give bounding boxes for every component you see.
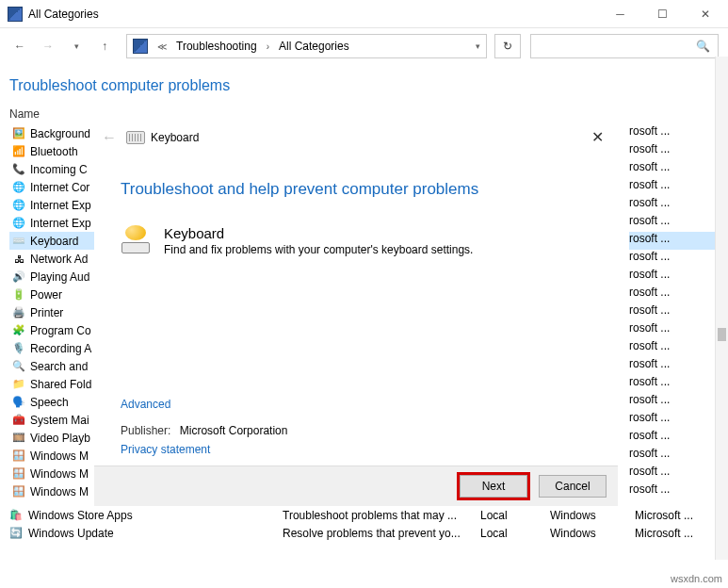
publisher-label: Publisher: [121, 424, 170, 437]
address-dropdown-icon[interactable]: ▾ [476, 41, 480, 51]
list-item[interactable]: 🌐Internet Exp [9, 214, 99, 232]
list-item[interactable]: 📁Shared Fold [9, 375, 99, 393]
list-item[interactable]: 🧩Program Co [9, 321, 99, 339]
minimize-button[interactable]: ─ [599, 0, 641, 28]
item-icon: 🔊 [11, 270, 26, 285]
wizard-back-button: ← [98, 129, 121, 146]
cancel-button[interactable]: Cancel [539, 475, 607, 498]
table-row[interactable]: 🔄Windows UpdateResolve problems that pre… [9, 524, 719, 542]
publisher-cell: rosoft ... [629, 160, 719, 178]
address-bar[interactable]: ≪ Troubleshooting › All Categories ▾ [126, 34, 487, 58]
maximize-button[interactable]: ☐ [641, 0, 684, 28]
publisher-cell: rosoft ... [629, 375, 719, 393]
nav-up-button[interactable]: ↑ [92, 34, 117, 58]
scrollbar-thumb[interactable] [718, 328, 726, 341]
breadcrumb-sep-icon: ≪ [157, 41, 167, 52]
item-label: System Mai [30, 414, 89, 427]
publisher-cell: rosoft ... [629, 447, 719, 465]
item-icon: 🧩 [11, 323, 26, 338]
list-item[interactable]: 🔊Playing Aud [9, 268, 99, 286]
item-label: Shared Fold [30, 378, 91, 391]
item-icon: 🔄 [9, 526, 24, 541]
publisher-value: Microsoft Corporation [180, 424, 288, 437]
item-icon: 🪟 [11, 449, 26, 464]
publisher-cell: rosoft ... [629, 321, 719, 339]
publisher-cell: rosoft ... [629, 268, 719, 286]
troubleshooter-list: 🖼️Background📶Bluetooth📞Incoming C🌐Intern… [9, 124, 99, 500]
nav-back-button[interactable]: ← [8, 34, 32, 58]
item-icon: 🎞️ [11, 431, 26, 446]
keyboard-large-icon [121, 225, 151, 255]
publisher-cell: rosoft ... [629, 357, 719, 375]
scrollbar[interactable] [715, 57, 728, 560]
list-item[interactable]: 🪟Windows M [9, 465, 99, 482]
window-controls: ─ ☐ ✕ [599, 0, 726, 28]
list-item[interactable]: 🌐Internet Exp [9, 196, 99, 214]
wizard-close-button[interactable]: ✕ [584, 128, 610, 146]
item-icon: 📞 [11, 162, 26, 177]
list-item[interactable]: 🖨️Printer [9, 303, 99, 321]
wizard-body: Keyboard Find and fix problems with your… [94, 208, 618, 256]
list-item[interactable]: 🎞️Video Playb [9, 429, 99, 447]
troubleshooter-wizard: ← Keyboard ✕ Troubleshoot and help preve… [94, 124, 618, 506]
list-item[interactable]: 🗣️Speech [9, 393, 99, 411]
cell-location: Local [480, 509, 550, 522]
item-label: Search and [30, 360, 88, 373]
app-icon [8, 7, 23, 22]
column-header-name[interactable]: Name [9, 107, 283, 121]
list-item[interactable]: 🖧Network Ad [9, 250, 99, 268]
column-headers: Name [0, 104, 728, 124]
wizard-header: ← Keyboard ✕ [94, 124, 618, 150]
breadcrumb-item[interactable]: Troubleshooting [176, 40, 257, 53]
item-label: Internet Cor [30, 181, 89, 194]
main-area: 🖼️Background📶Bluetooth📞Incoming C🌐Intern… [0, 124, 728, 500]
wizard-button-bar: Next Cancel [94, 466, 618, 506]
window-title: All Categories [28, 8, 599, 21]
item-icon: 🖧 [11, 252, 26, 267]
list-item[interactable]: 🔍Search and [9, 357, 99, 375]
cell-category: Windows [550, 509, 635, 522]
list-item[interactable]: ⌨️Keyboard [9, 232, 99, 250]
item-label: Windows M [30, 485, 89, 498]
item-label: Power [30, 288, 62, 302]
list-item[interactable]: 🌐Internet Cor [9, 178, 99, 196]
list-item[interactable]: 📞Incoming C [9, 160, 99, 178]
nav-recent-dropdown[interactable]: ▾ [64, 34, 89, 58]
breadcrumb-item[interactable]: All Categories [279, 40, 349, 53]
publisher-cell: rosoft ... [629, 465, 719, 482]
item-label: Playing Aud [30, 270, 89, 284]
refresh-button[interactable]: ↻ [494, 34, 521, 58]
list-item[interactable]: 🧰System Mai [9, 411, 99, 429]
page-title: Troubleshoot computer problems [0, 64, 728, 104]
wizard-publisher: Publisher: Microsoft Corporation [94, 411, 618, 441]
close-button[interactable]: ✕ [684, 0, 726, 28]
list-item[interactable]: 📶Bluetooth [9, 142, 99, 160]
list-item[interactable]: 🎙️Recording A [9, 339, 99, 357]
item-icon: 🖼️ [11, 126, 26, 141]
item-icon: 🪟 [11, 484, 26, 499]
list-item[interactable]: 🪟Windows M [9, 482, 99, 500]
nav-forward-button: → [36, 34, 60, 58]
search-input[interactable]: 🔍 [530, 34, 719, 58]
publisher-cell: rosoft ... [629, 429, 719, 447]
address-icon [133, 39, 148, 54]
item-label: Network Ad [30, 253, 88, 266]
item-label: Internet Exp [30, 199, 91, 212]
advanced-link[interactable]: Advanced [94, 398, 618, 411]
list-item[interactable]: 🖼️Background [9, 124, 99, 142]
next-button[interactable]: Next [460, 475, 527, 498]
cell-publisher: Microsoft ... [635, 527, 719, 540]
publisher-cell: rosoft ... [629, 339, 719, 357]
table-row[interactable]: 🛍️Windows Store AppsTroubleshoot problem… [9, 506, 719, 524]
watermark: wsxdn.com [671, 573, 722, 584]
item-label: Video Playb [30, 432, 90, 445]
wizard-crumb: Keyboard [151, 131, 199, 144]
list-item[interactable]: 🪟Windows M [9, 447, 99, 465]
privacy-link[interactable]: Privacy statement [94, 441, 618, 466]
list-item[interactable]: 🔋Power [9, 286, 99, 303]
list-bottom-rows: 🛍️Windows Store AppsTroubleshoot problem… [9, 506, 719, 542]
item-icon: 📶 [11, 144, 26, 159]
cell-desc: Resolve problems that prevent yo... [283, 527, 480, 540]
cell-name: Windows Update [28, 527, 114, 540]
wizard-heading: Troubleshoot and help prevent computer p… [94, 150, 618, 208]
